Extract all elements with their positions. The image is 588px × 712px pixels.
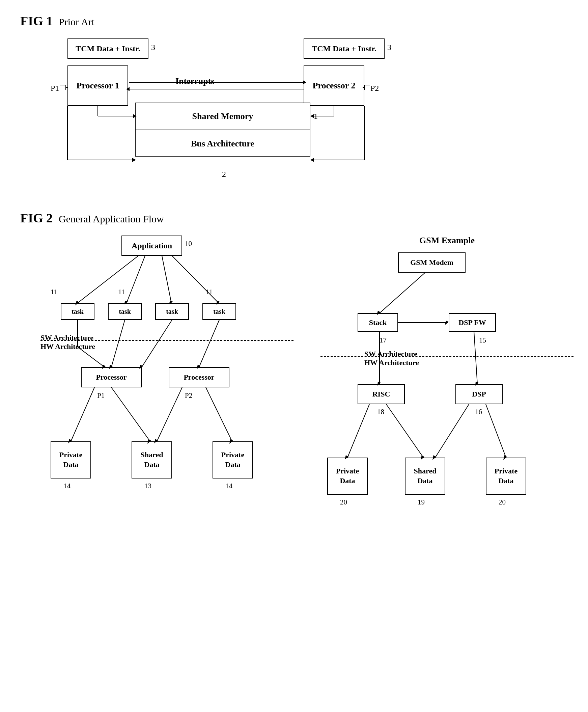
shared-memory-box: Shared Memory xyxy=(135,103,310,130)
proc2-box: Processor 2 xyxy=(303,65,364,106)
svg-line-61 xyxy=(474,332,477,384)
shared-data-left-box: Shared Data xyxy=(131,441,172,479)
processor1-box: Processor xyxy=(81,367,142,388)
tcm2-box: TCM Data + Instr. xyxy=(303,39,384,59)
svg-line-32 xyxy=(126,256,145,303)
fig2-right-diagram: GSM Modem Stack DSP FW 17 15 SW Architec… xyxy=(320,252,573,529)
proc1-box: Processor 1 xyxy=(67,65,128,106)
sw-arch-label-right: SW Architecture xyxy=(364,350,417,358)
fig2-subtitle: General Application Flow xyxy=(59,213,164,225)
fig2-number: FIG 2 xyxy=(20,211,52,225)
svg-line-69 xyxy=(486,404,506,458)
svg-text:3: 3 xyxy=(387,43,391,51)
label-11b: 11 xyxy=(118,288,125,296)
svg-line-47 xyxy=(71,388,94,441)
fig2-columns: Application 10 task task task task 11 11… xyxy=(41,235,568,529)
svg-line-53 xyxy=(206,388,232,441)
fig1-section: FIG 1 Prior Art TCM Data + Instr. Proces… xyxy=(20,14,568,190)
private-data1-box: Private Data xyxy=(50,441,91,479)
private-data2-right-box: Private Data xyxy=(486,458,526,495)
private-data2-box: Private Data xyxy=(212,441,253,479)
fig1-number: FIG 1 xyxy=(20,14,52,28)
fig2-left-diagram: Application 10 task task task task 11 11… xyxy=(41,235,294,512)
svg-line-65 xyxy=(386,404,423,458)
label-20a: 20 xyxy=(340,498,347,506)
svg-text:P2: P2 xyxy=(371,84,379,92)
private-data1-right-box: Private Data xyxy=(327,458,368,495)
svg-line-45 xyxy=(199,320,219,367)
fig1-diagram: TCM Data + Instr. Processor 1 TCM Data +… xyxy=(47,35,418,190)
label-17: 17 xyxy=(379,336,386,344)
sw-arch-label-left: SW Architecture xyxy=(41,333,93,342)
svg-marker-21 xyxy=(132,158,136,162)
svg-text:2: 2 xyxy=(222,170,226,179)
svg-line-63 xyxy=(348,404,370,458)
svg-text:3: 3 xyxy=(151,43,155,51)
svg-marker-58 xyxy=(445,320,449,325)
fig2-diagram-wrapper: Application 10 task task task task 11 11… xyxy=(41,235,568,529)
svg-line-43 xyxy=(142,320,172,367)
label-11c: 11 xyxy=(206,288,212,296)
svg-line-49 xyxy=(111,388,150,441)
label-14a: 14 xyxy=(63,482,70,490)
dsp-box: DSP xyxy=(456,384,503,404)
fig1-subtitle: Prior Art xyxy=(59,16,94,28)
label-14b: 14 xyxy=(225,482,232,490)
label-p2-left: P2 xyxy=(185,392,192,400)
svg-line-30 xyxy=(78,256,138,303)
svg-text:P1: P1 xyxy=(50,84,59,92)
label-19: 19 xyxy=(418,498,425,506)
label-18: 18 xyxy=(377,407,384,416)
svg-text:Interrupts: Interrupts xyxy=(175,76,214,86)
task2-box: task xyxy=(108,303,142,320)
svg-line-51 xyxy=(157,388,182,441)
fig1-label: FIG 1 Prior Art xyxy=(20,14,568,28)
task3-box: task xyxy=(155,303,189,320)
label-p1-left: P1 xyxy=(97,392,105,400)
fig2-section: FIG 2 General Application Flow Applicati… xyxy=(20,211,568,529)
svg-line-41 xyxy=(111,320,125,367)
svg-marker-24 xyxy=(310,114,314,118)
stack-box: Stack xyxy=(358,313,398,332)
tcm1-box: TCM Data + Instr. xyxy=(67,39,148,59)
label-13: 13 xyxy=(144,482,151,490)
label-10: 10 xyxy=(185,239,192,248)
label-15: 15 xyxy=(479,336,486,344)
label-11a: 11 xyxy=(50,288,57,296)
label-20b: 20 xyxy=(499,498,506,506)
risc-box: RISC xyxy=(358,384,405,404)
svg-text:1: 1 xyxy=(314,112,318,121)
sw-hw-dashed-left xyxy=(41,340,294,341)
shared-container: Shared Memory Bus Architecture xyxy=(135,103,310,156)
svg-line-67 xyxy=(435,404,469,458)
svg-line-34 xyxy=(162,256,171,303)
application-box: Application xyxy=(122,235,182,256)
fig2-right-col: GSM Example GSM Modem Stack DSP FW 17 15… xyxy=(320,235,573,529)
label-16: 16 xyxy=(475,407,482,416)
hw-arch-label-left: HW Architecture xyxy=(41,342,95,351)
fig2-label: FIG 2 General Application Flow xyxy=(20,211,568,225)
task1-box: task xyxy=(61,303,94,320)
sw-hw-dashed-right xyxy=(320,356,573,357)
processor2-box: Processor xyxy=(169,367,229,388)
svg-line-55 xyxy=(379,273,425,313)
svg-marker-27 xyxy=(310,158,314,162)
task4-box: task xyxy=(203,303,236,320)
fig2-left-col: Application 10 task task task task 11 11… xyxy=(41,235,294,512)
bus-arch-box: Bus Architecture xyxy=(135,130,310,157)
shared-data-right-box: Shared Data xyxy=(405,458,445,495)
gsm-modem-box: GSM Modem xyxy=(398,252,465,273)
gsm-example-label: GSM Example xyxy=(320,235,573,246)
dsp-fw-box: DSP FW xyxy=(449,313,496,332)
hw-arch-label-right: HW Architecture xyxy=(364,358,419,367)
